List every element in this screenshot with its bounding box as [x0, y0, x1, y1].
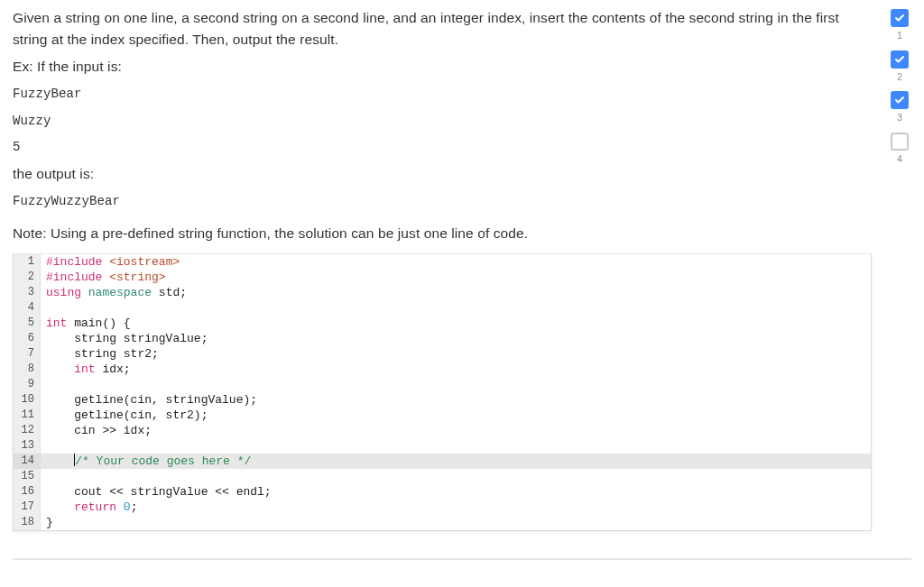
code-content[interactable]: int idx; — [41, 362, 871, 377]
check-icon — [894, 13, 905, 23]
code-line[interactable]: 1#include <iostream> — [14, 254, 871, 270]
line-number: 11 — [14, 408, 41, 423]
progress-item: 2 — [891, 50, 909, 85]
line-number: 17 — [14, 500, 41, 515]
code-content[interactable] — [41, 377, 871, 392]
code-line[interactable]: 17 return 0; — [14, 500, 871, 515]
line-number: 10 — [14, 392, 41, 408]
line-number: 13 — [14, 438, 41, 454]
progress-item: 3 — [891, 91, 909, 125]
checkbox-checked[interactable] — [891, 91, 909, 109]
line-number: 15 — [14, 469, 41, 484]
code-line[interactable]: 14 /* Your code goes here */ — [14, 454, 871, 469]
line-number: 18 — [14, 515, 41, 530]
line-number: 12 — [14, 423, 41, 438]
code-line[interactable]: 18} — [14, 515, 871, 530]
code-line[interactable]: 4 — [14, 300, 871, 316]
code-content[interactable]: #include <string> — [41, 270, 871, 285]
progress-sidebar: 1234 — [884, 7, 924, 549]
code-line[interactable]: 9 — [14, 377, 871, 392]
check-icon — [894, 95, 905, 105]
line-number: 1 — [14, 254, 41, 270]
code-line[interactable]: 16 cout << stringValue << endl; — [14, 484, 871, 500]
example-input-2: Wuzzy — [13, 112, 872, 132]
line-number: 8 — [14, 362, 41, 377]
problem-note: Note: Using a pre-defined string functio… — [13, 223, 872, 244]
line-number: 14 — [14, 454, 41, 469]
code-content[interactable] — [41, 438, 871, 454]
checkbox-unchecked[interactable] — [891, 133, 909, 151]
line-number: 5 — [14, 316, 41, 331]
progress-item-number: 4 — [897, 152, 902, 167]
checkbox-checked[interactable] — [891, 9, 909, 27]
progress-item-number: 1 — [897, 29, 902, 43]
code-content[interactable] — [41, 300, 871, 316]
code-line[interactable]: 8 int idx; — [14, 362, 871, 377]
code-line[interactable]: 10 getline(cin, stringValue); — [14, 392, 871, 408]
problem-description: Given a string on one line, a second str… — [13, 7, 872, 50]
line-number: 4 — [14, 300, 41, 316]
code-line[interactable]: 15 — [14, 469, 871, 484]
code-editor[interactable]: 1#include <iostream>2#include <string>3u… — [13, 253, 872, 531]
example-input-3: 5 — [13, 138, 872, 158]
progress-item: 1 — [891, 9, 909, 43]
checkbox-checked[interactable] — [891, 50, 909, 69]
code-content[interactable]: } — [41, 515, 871, 530]
code-content[interactable]: cin >> idx; — [41, 423, 871, 438]
code-line[interactable]: 12 cin >> idx; — [14, 423, 871, 438]
line-number: 3 — [14, 285, 41, 300]
code-content[interactable]: int main() { — [41, 316, 871, 331]
code-content[interactable]: #include <iostream> — [41, 254, 871, 270]
code-line[interactable]: 6 string stringValue; — [14, 331, 871, 346]
code-content[interactable]: cout << stringValue << endl; — [41, 484, 871, 500]
code-line[interactable]: 13 — [14, 438, 871, 454]
progress-item-number: 2 — [897, 70, 902, 85]
line-number: 7 — [14, 346, 41, 362]
example-input-1: FuzzyBear — [13, 85, 872, 105]
code-content[interactable] — [41, 469, 871, 484]
example-intro: Ex: If the input is: — [13, 56, 872, 78]
code-content[interactable]: string stringValue; — [41, 331, 871, 346]
code-content[interactable]: getline(cin, str2); — [41, 408, 871, 423]
example-output: FuzzyWuzzyBear — [13, 192, 872, 212]
output-intro: the output is: — [13, 163, 872, 185]
code-line[interactable]: 7 string str2; — [14, 346, 871, 362]
code-line[interactable]: 3using namespace std; — [14, 285, 871, 300]
check-icon — [894, 54, 905, 65]
code-content[interactable]: using namespace std; — [41, 285, 871, 300]
line-number: 2 — [14, 270, 41, 285]
code-line[interactable]: 11 getline(cin, str2); — [14, 408, 871, 423]
line-number: 6 — [14, 331, 41, 346]
code-content[interactable]: getline(cin, stringValue); — [41, 392, 871, 408]
code-content[interactable]: /* Your code goes here */ — [41, 454, 871, 469]
line-number: 9 — [14, 377, 41, 392]
progress-item-number: 3 — [897, 111, 902, 125]
line-number: 16 — [14, 484, 41, 500]
footer-divider — [13, 549, 911, 560]
code-content[interactable]: return 0; — [41, 500, 871, 515]
code-content[interactable]: string str2; — [41, 346, 871, 362]
code-line[interactable]: 5int main() { — [14, 316, 871, 331]
progress-item: 4 — [891, 133, 909, 167]
code-line[interactable]: 2#include <string> — [14, 270, 871, 285]
